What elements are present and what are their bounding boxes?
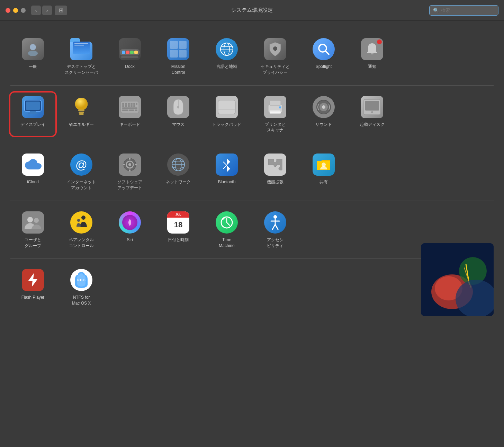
spotlight-label: Spotlight [316, 64, 332, 70]
bluetooth-label: Bluetooth [218, 179, 236, 185]
network-label: ネットワーク [166, 179, 191, 185]
desktop-icon-wrapper [70, 37, 93, 61]
pref-network[interactable]: ネットワーク [156, 150, 201, 194]
search-box[interactable]: 🔍 [429, 5, 498, 16]
close-button[interactable] [6, 8, 10, 13]
pref-keyboard[interactable]: キーボード [107, 93, 152, 136]
svg-rect-11 [371, 53, 374, 54]
pref-printer[interactable]: プリンタとスキャナ [253, 93, 298, 136]
pref-desktop[interactable]: デスクトップとスクリーンセーバ [59, 35, 104, 78]
pref-extensions[interactable]: 機能拡張 [253, 150, 298, 194]
svg-rect-23 [125, 103, 127, 105]
nav-buttons: ‹ › [31, 6, 52, 15]
pref-ntfs[interactable]: NTFS NTFS forMac OS X [59, 265, 104, 309]
svg-rect-21 [121, 101, 139, 113]
pref-mission[interactable]: MissionControl [156, 35, 201, 78]
traffic-lights [6, 8, 26, 13]
svg-rect-57 [123, 164, 125, 165]
sw-update-label: ソフトウェアアップデート [117, 179, 142, 191]
pref-displays[interactable]: ディスプレイ [10, 93, 55, 136]
sound-icon-wrapper [312, 95, 335, 119]
general-icon-wrapper [21, 37, 45, 61]
svg-point-0 [30, 44, 36, 50]
pref-timemachine[interactable]: TimeMachine [204, 208, 249, 252]
pref-language[interactable]: 言語と地域 [204, 35, 249, 78]
svg-line-10 [325, 51, 329, 54]
svg-rect-24 [128, 103, 130, 105]
pref-trackpad[interactable]: トラックパッド [204, 93, 249, 136]
mouse-label: マウス [172, 122, 184, 128]
pref-sharing[interactable]: 共有 [301, 150, 346, 194]
svg-rect-22 [122, 103, 124, 105]
svg-rect-55 [129, 158, 130, 160]
svg-rect-20 [79, 113, 84, 115]
internet-section: iCloud @ インターネットアカウント [10, 143, 494, 201]
pref-datetime[interactable]: JUL 18 日付と時刻 [156, 208, 201, 252]
pref-spotlight[interactable]: Spotlight [301, 35, 346, 78]
svg-rect-19 [79, 112, 84, 113]
pref-mouse[interactable]: マウス [156, 93, 201, 136]
pref-general[interactable]: 一般 [10, 35, 55, 78]
personal-section: 一般 デスクトップとスクリーンセーバ [10, 28, 494, 86]
displays-icon-wrapper [21, 95, 45, 119]
sw-update-icon-wrapper [118, 153, 142, 176]
pref-siri[interactable]: Siri [107, 208, 152, 252]
pref-sound[interactable]: サウンド [301, 93, 346, 136]
forward-button[interactable]: › [42, 6, 52, 15]
svg-point-67 [81, 216, 86, 220]
pref-accessibility[interactable]: アクセシビリティ [253, 208, 298, 252]
pref-startup[interactable]: 起動ディスク [350, 93, 395, 136]
timemachine-label: TimeMachine [219, 237, 234, 249]
pref-security[interactable]: セキュリティとプライバシー [253, 35, 298, 78]
svg-point-17 [75, 98, 88, 110]
grid-view-button[interactable]: ⊞ [55, 6, 67, 15]
svg-rect-35 [129, 109, 134, 111]
extensions-icon-wrapper [263, 153, 287, 176]
notifications-label: 通知 [368, 64, 376, 70]
svg-point-65 [27, 217, 33, 222]
trackpad-icon-wrapper [215, 95, 238, 119]
svg-rect-33 [122, 107, 137, 109]
accessibility-icon-wrapper [263, 211, 287, 234]
desktop-label: デスクトップとスクリーンセーバ [65, 64, 98, 76]
startup-label: 起動ディスク [360, 122, 385, 128]
parental-icon-wrapper [70, 211, 93, 234]
pref-dock[interactable]: Dock [107, 35, 152, 78]
flash-label: Flash Player [21, 295, 45, 300]
pref-sw-update[interactable]: ソフトウェアアップデート [107, 150, 152, 194]
displays-label: ディスプレイ [20, 122, 45, 128]
security-label: セキュリティとプライバシー [261, 64, 290, 76]
siri-icon-wrapper [118, 211, 142, 234]
svg-rect-27 [136, 103, 137, 105]
network-icon-wrapper [166, 153, 190, 176]
svg-point-45 [279, 106, 281, 108]
dock-icon-wrapper [118, 37, 142, 61]
search-input[interactable] [441, 8, 495, 13]
minimize-button[interactable] [13, 8, 18, 13]
pref-energy[interactable]: 省エネルギー [59, 93, 104, 136]
pref-bluetooth[interactable]: Bluetooth [204, 150, 249, 194]
svg-rect-34 [122, 109, 128, 111]
notifications-icon-wrapper [360, 37, 384, 61]
svg-rect-29 [125, 105, 127, 107]
mouse-icon-wrapper [166, 95, 190, 119]
svg-rect-25 [130, 103, 133, 105]
spotlight-icon-wrapper [312, 37, 335, 61]
pref-internet-accounts[interactable]: @ インターネットアカウント [59, 150, 104, 194]
pref-flash[interactable]: Flash Player [10, 265, 55, 309]
pref-users[interactable]: ユーザとグループ [10, 208, 55, 252]
icloud-label: iCloud [27, 179, 39, 185]
svg-point-51 [371, 111, 373, 113]
svg-point-66 [34, 218, 39, 223]
keyboard-label: キーボード [119, 122, 140, 128]
pref-parental[interactable]: ペアレンタルコントロール [59, 208, 104, 252]
mission-icon-wrapper [166, 37, 190, 61]
maximize-button[interactable] [21, 8, 26, 13]
pref-icloud[interactable]: iCloud [10, 150, 55, 194]
back-button[interactable]: ‹ [31, 6, 41, 15]
svg-text:NTFS: NTFS [77, 278, 86, 282]
svg-rect-15 [28, 113, 38, 114]
dock-label: Dock [125, 64, 134, 70]
svg-rect-50 [365, 101, 379, 111]
pref-notifications[interactable]: 通知 [350, 35, 395, 78]
